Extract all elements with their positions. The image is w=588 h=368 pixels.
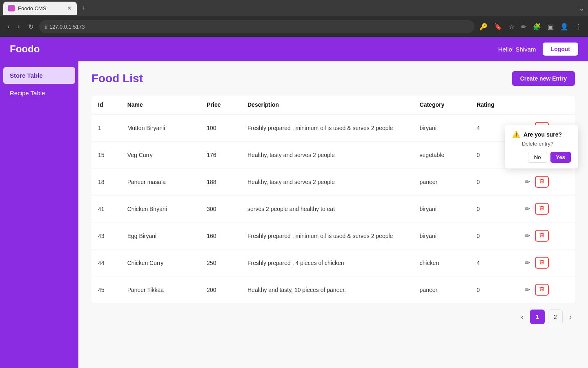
create-entry-button[interactable]: Create new Entry: [512, 71, 575, 86]
col-name: Name: [121, 96, 200, 114]
cell-id: 45: [91, 276, 121, 303]
tab-close-button[interactable]: ✕: [67, 5, 72, 11]
profile-icon[interactable]: 👤: [559, 21, 570, 32]
browser-menu-button[interactable]: ⌄: [579, 4, 585, 13]
cell-description: Freshly prepared , 4 pieces of chicken: [241, 249, 413, 276]
edit-button[interactable]: ✏: [523, 284, 532, 295]
url-text: 127.0.0.1:5173: [49, 24, 85, 30]
page-title: Food List: [91, 72, 143, 85]
extension-icon[interactable]: ✏: [519, 21, 528, 32]
page-header: Food List Create new Entry: [91, 71, 575, 86]
tab-title: Foodo CMS: [18, 5, 64, 11]
table-row: 43 Egg Biryani 160 Freshly prepared , mi…: [91, 222, 575, 249]
cell-rating: 0: [470, 168, 517, 195]
cell-category: paneer: [413, 276, 470, 303]
tooltip-title: Are you sure?: [523, 131, 562, 138]
col-description: Description: [241, 96, 413, 114]
warning-icon: ⚠️: [512, 130, 520, 138]
sidebar: Store Table Recipe Table: [0, 61, 78, 368]
cell-category: biryani: [413, 114, 470, 141]
cell-category: biryani: [413, 222, 470, 249]
cell-name: Paneer masala: [121, 168, 200, 195]
cell-rating: 4: [470, 249, 517, 276]
cell-category: biryani: [413, 195, 470, 222]
cell-id: 44: [91, 249, 121, 276]
col-rating: Rating: [470, 96, 517, 114]
reload-button[interactable]: ↻: [26, 21, 36, 32]
back-button[interactable]: ‹: [5, 21, 12, 32]
delete-button[interactable]: [535, 203, 549, 215]
cell-name: Egg Biryani: [121, 222, 200, 249]
cell-description: Freshly prepared , minimum oil is used &…: [241, 222, 413, 249]
cell-price: 300: [200, 195, 241, 222]
app-header: Foodo Hello! Shivam Logout: [0, 37, 588, 61]
food-list-table: Id Name Price Description Category Ratin…: [91, 96, 575, 303]
cell-category: vegetable: [413, 141, 470, 168]
edit-button[interactable]: ✏: [523, 176, 532, 187]
cell-description: Healthy and tasty, 10 pieces of paneer.: [241, 276, 413, 303]
table-row: 41 Chicken Biryani 300 serves 2 people a…: [91, 195, 575, 222]
table-row: 1 Mutton Biryanii 100 Freshly prepared ,…: [91, 114, 575, 141]
cell-price: 188: [200, 168, 241, 195]
cell-rating: 0: [470, 195, 517, 222]
lock-icon: ℹ: [45, 24, 47, 30]
page-2-button[interactable]: 2: [548, 310, 563, 324]
app-logo: Foodo: [10, 43, 40, 55]
window-icon[interactable]: ▣: [546, 21, 555, 32]
cell-category: chicken: [413, 249, 470, 276]
tooltip-no-button[interactable]: No: [528, 152, 547, 163]
cell-id: 41: [91, 195, 121, 222]
key-icon[interactable]: 🔑: [478, 21, 489, 32]
cell-name: Veg Curry: [121, 141, 200, 168]
sidebar-item-recipe-table[interactable]: Recipe Table: [3, 85, 75, 101]
logout-button[interactable]: Logout: [543, 43, 578, 56]
next-page-button[interactable]: ›: [566, 311, 575, 323]
new-tab-button[interactable]: +: [78, 4, 89, 13]
col-category: Category: [413, 96, 470, 114]
cell-id: 15: [91, 141, 121, 168]
tooltip-subtitle: Delete entry?: [522, 141, 571, 147]
address-bar[interactable]: ℹ 127.0.0.1:5173: [39, 20, 474, 33]
forward-button[interactable]: ›: [15, 21, 22, 32]
bookmark-icon[interactable]: 🔖: [492, 21, 504, 32]
cell-price: 176: [200, 141, 241, 168]
cell-name: Chicken Biryani: [121, 195, 200, 222]
cell-actions: ✏: [517, 249, 575, 276]
more-icon[interactable]: ⋮: [573, 21, 583, 32]
delete-confirmation-tooltip: ⚠️ Are you sure? Delete entry? No Yes: [505, 125, 578, 168]
cell-actions: ✏: [517, 222, 575, 249]
cell-description: Freshly prepared , minimum oil is used &…: [241, 114, 413, 141]
puzzle-icon[interactable]: 🧩: [531, 21, 543, 32]
page-1-button[interactable]: 1: [530, 310, 545, 324]
delete-button[interactable]: [535, 176, 549, 188]
cell-description: Healthy, tasty and serves 2 people: [241, 141, 413, 168]
table-row: 45 Paneer Tikkaa 200 Healthy and tasty, …: [91, 276, 575, 303]
cell-rating: 0: [470, 276, 517, 303]
table-row: 15 Veg Curry 176 Healthy, tasty and serv…: [91, 141, 575, 168]
cell-category: paneer: [413, 168, 470, 195]
table-row: 18 Paneer masala 188 Healthy, tasty and …: [91, 168, 575, 195]
col-id: Id: [91, 96, 121, 114]
star-icon[interactable]: ☆: [507, 21, 516, 32]
cell-price: 200: [200, 276, 241, 303]
col-actions: [517, 96, 575, 114]
delete-button[interactable]: [535, 230, 549, 242]
sidebar-item-store-table[interactable]: Store Table: [3, 67, 75, 84]
tooltip-yes-button[interactable]: Yes: [550, 152, 571, 163]
edit-button[interactable]: ✏: [523, 230, 532, 241]
cell-actions: ✏: [517, 195, 575, 222]
tab-favicon: [8, 5, 15, 11]
cell-name: Paneer Tikkaa: [121, 276, 200, 303]
browser-tab[interactable]: Foodo CMS ✕: [3, 2, 77, 15]
main-content: Food List Create new Entry Id Name Price…: [78, 61, 588, 368]
delete-button[interactable]: [535, 257, 549, 269]
delete-button[interactable]: [535, 284, 549, 296]
pagination: ‹ 1 2 ›: [91, 303, 575, 331]
cell-rating: 0: [470, 222, 517, 249]
prev-page-button[interactable]: ‹: [518, 311, 527, 323]
edit-button[interactable]: ✏: [523, 257, 532, 268]
edit-button[interactable]: ✏: [523, 203, 532, 214]
cell-price: 160: [200, 222, 241, 249]
cell-id: 43: [91, 222, 121, 249]
cell-name: Mutton Biryanii: [121, 114, 200, 141]
